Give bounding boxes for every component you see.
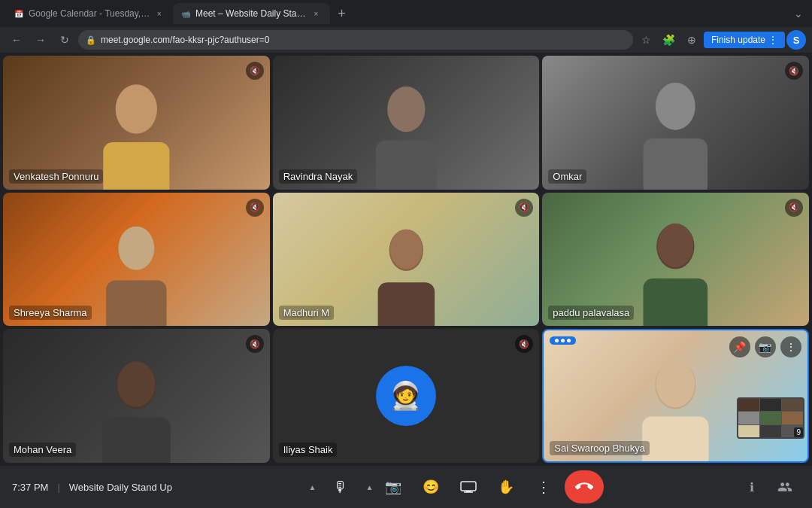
- sai-more-icon[interactable]: ⋮: [780, 336, 801, 357]
- participant-count: 9: [794, 427, 803, 437]
- browser-chrome: 📅 Google Calendar - Tuesday,… × 📹 Meet –…: [0, 0, 812, 53]
- svg-rect-8: [106, 281, 167, 326]
- svg-point-15: [658, 224, 694, 267]
- tab-calendar-label: Google Calendar - Tuesday,…: [29, 8, 150, 19]
- more-options-button[interactable]: ⋮: [527, 470, 560, 503]
- camera-button[interactable]: 📷: [377, 470, 410, 503]
- tab-menu-button[interactable]: ⌄: [791, 5, 806, 23]
- tab-meet[interactable]: 📹 Meet – Website Daily Sta… ×: [173, 3, 330, 24]
- iliyas-name: Iliyas Shaik: [279, 443, 338, 457]
- toolbar: 7:37 PM | Website Daily Stand Up ▲ 🎙 ▲ 📷…: [0, 466, 812, 508]
- finish-update-label: Finish update: [711, 35, 765, 45]
- madhuri-mute-icon: 🔇: [515, 199, 533, 217]
- madhuri-name: Madhuri M: [279, 306, 334, 320]
- iliyas-mute-icon: 🔇: [515, 335, 533, 353]
- mic-group: 🎙: [324, 470, 357, 503]
- paddu-mute-icon: 🔇: [785, 199, 803, 217]
- sai-active-indicator: [550, 336, 576, 345]
- svg-rect-14: [644, 278, 708, 326]
- sai-tile-options: 📌 📷 ⋮: [729, 336, 801, 357]
- tab-meet-label: Meet – Website Daily Sta…: [195, 8, 306, 19]
- back-button[interactable]: ←: [6, 29, 27, 50]
- tab-calendar-close[interactable]: ×: [154, 8, 164, 20]
- toolbar-separator: |: [57, 482, 59, 493]
- mic-button[interactable]: 🎙: [324, 470, 357, 503]
- tile-ravindra: Ravindra Nayak: [273, 56, 540, 190]
- video-grid: 🔇 Venkatesh Ponnuru Ravindra Nayak 🔇 Omk…: [0, 53, 812, 466]
- toolbar-left: 7:37 PM | Website Daily Stand Up: [12, 482, 172, 493]
- finish-update-button[interactable]: Finish update ⋮: [704, 32, 785, 48]
- svg-rect-22: [461, 482, 476, 491]
- tile-madhuri: 🔇 Madhuri M: [273, 193, 540, 327]
- bookmark-button[interactable]: ☆: [636, 29, 657, 50]
- new-tab-button[interactable]: +: [332, 3, 353, 24]
- nav-actions: ☆ 🧩 ⊕ Finish update ⋮ S: [636, 29, 806, 50]
- ravindra-name: Ravindra Nayak: [279, 169, 358, 184]
- svg-point-3: [387, 86, 425, 131]
- toolbar-center: ▲ 🎙 ▲ 📷 😊 ✋ ⋮: [304, 470, 604, 503]
- info-button[interactable]: ℹ: [737, 472, 767, 502]
- people-button[interactable]: [770, 472, 800, 502]
- mohan-mute-icon: 🔇: [246, 335, 264, 353]
- tab-bar: 📅 Google Calendar - Tuesday,… × 📹 Meet –…: [0, 0, 812, 27]
- history-button[interactable]: ⊕: [681, 29, 702, 50]
- omkar-mute-icon: 🔇: [785, 62, 803, 80]
- iliyas-avatar: 🧑‍🚀: [376, 366, 436, 426]
- emoji-button[interactable]: 😊: [414, 470, 447, 503]
- finish-update-chevron: ⋮: [768, 35, 777, 45]
- nav-bar: ← → ↻ 🔒 meet.google.com/fao-kksr-pjc?aut…: [0, 27, 812, 53]
- profile-avatar[interactable]: S: [786, 30, 806, 50]
- meeting-title: Website Daily Stand Up: [69, 482, 172, 493]
- svg-point-12: [390, 230, 423, 269]
- svg-rect-20: [642, 417, 709, 461]
- svg-point-21: [656, 361, 695, 408]
- svg-point-18: [117, 361, 155, 406]
- sai-pin-icon[interactable]: 📌: [729, 336, 750, 357]
- svg-rect-4: [376, 140, 437, 189]
- tile-shreeya: 🔇 Shreeya Sharma: [3, 193, 270, 327]
- tile-paddu: 🔇 paddu palavalasa: [542, 193, 809, 327]
- tab-calendar[interactable]: 📅 Google Calendar - Tuesday,… ×: [6, 3, 171, 24]
- svg-rect-1: [103, 142, 169, 190]
- toolbar-right: ℹ: [737, 472, 800, 502]
- tab-meet-close[interactable]: ×: [311, 8, 323, 20]
- meet-favicon: 📹: [180, 8, 191, 19]
- svg-rect-6: [644, 138, 708, 190]
- address-bar[interactable]: 🔒 meet.google.com/fao-kksr-pjc?authuser=…: [78, 30, 633, 50]
- sai-snapshot-icon[interactable]: 📷: [755, 336, 776, 357]
- present-button[interactable]: [452, 470, 485, 503]
- calendar-favicon: 📅: [14, 8, 24, 19]
- venkatesh-name: Venkatesh Ponnuru: [9, 169, 103, 184]
- meeting-time: 7:37 PM: [12, 482, 48, 493]
- shreeya-mute-icon: 🔇: [246, 199, 264, 217]
- svg-point-2: [117, 89, 156, 129]
- extensions-button[interactable]: 🧩: [659, 29, 680, 50]
- tile-omkar: 🔇 Omkar: [542, 56, 809, 190]
- url-text: meet.google.com/fao-kksr-pjc?authuser=0: [101, 35, 626, 45]
- tile-venkatesh: 🔇 Venkatesh Ponnuru: [3, 56, 270, 190]
- sai-name: Sai Swaroop Bhukya: [550, 441, 650, 455]
- tile-mohan: 🔇 Mohan Veera: [3, 329, 270, 463]
- venkatesh-mute-icon: 🔇: [246, 62, 264, 80]
- mohan-name: Mohan Veera: [9, 443, 76, 457]
- svg-point-5: [656, 82, 695, 129]
- raise-hand-button[interactable]: ✋: [489, 470, 523, 503]
- shreeya-name: Shreeya Sharma: [9, 306, 92, 320]
- lock-icon: 🔒: [86, 35, 96, 45]
- omkar-name: Omkar: [548, 169, 586, 184]
- svg-rect-11: [377, 282, 435, 326]
- camera-up-arrow[interactable]: ▲: [362, 470, 377, 503]
- captions-group: ▲: [304, 470, 320, 503]
- camera-group: ▲ 📷: [362, 470, 410, 503]
- svg-point-9: [120, 227, 153, 268]
- paddu-name: paddu palavalasa: [548, 306, 634, 320]
- captions-up-arrow[interactable]: ▲: [304, 470, 320, 503]
- tile-sai: 📌 📷 ⋮ Sai Swaroop Bhukya 9: [542, 329, 809, 463]
- end-call-button[interactable]: [565, 470, 604, 503]
- reload-button[interactable]: ↻: [54, 29, 75, 50]
- tile-iliyas: 🧑‍🚀 🔇 Iliyas Shaik: [273, 329, 540, 463]
- forward-button[interactable]: →: [30, 29, 51, 50]
- svg-rect-17: [102, 418, 171, 463]
